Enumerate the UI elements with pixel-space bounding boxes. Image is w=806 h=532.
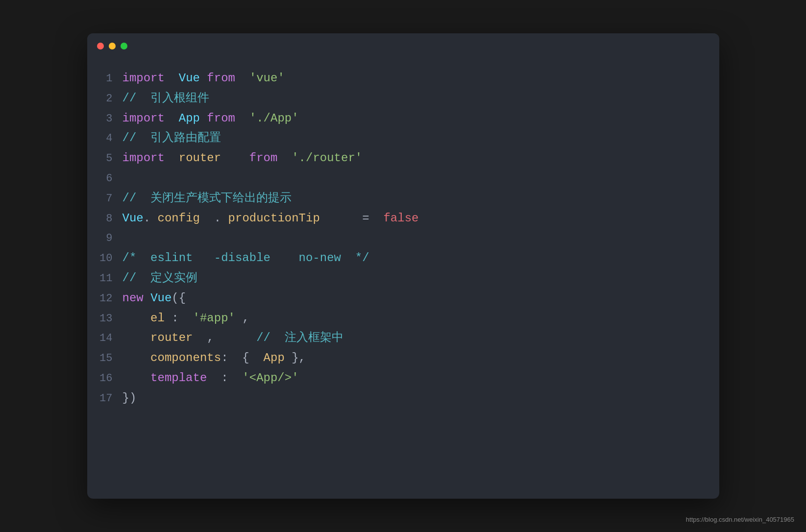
token-comment: // 注入框架中 (256, 328, 343, 348)
code-window: 1import Vue from 'vue'2// 引入根组件3import A… (87, 33, 719, 499)
line-number: 13 (97, 310, 122, 328)
token-sp (207, 368, 221, 388)
token-comment: // 引入路由配置 (122, 128, 221, 148)
token-comma: , (207, 328, 214, 348)
code-line: 6 (97, 169, 700, 189)
line-content (122, 228, 129, 248)
token-kw-from: from (207, 109, 235, 129)
line-content: Vue. config . productionTip = false (122, 209, 419, 229)
token-sp (179, 309, 193, 329)
token-colon: : (171, 309, 178, 329)
line-content: components: { App }, (122, 348, 306, 368)
token-property: components (150, 348, 221, 368)
token-brace: }, (292, 348, 306, 368)
token-sp (235, 109, 249, 129)
code-line: 4// 引入路由配置 (97, 128, 700, 148)
code-line: 3import App from './App' (97, 109, 700, 129)
token-sp (165, 109, 179, 129)
token-dot: . (214, 209, 221, 229)
token-sp (235, 309, 242, 329)
token-comment: /* eslint -disable no-new */ (122, 248, 369, 268)
token-sp (228, 348, 243, 368)
minimize-button[interactable] (109, 43, 116, 49)
line-content (122, 169, 129, 189)
token-comma: , (242, 309, 249, 329)
line-number: 16 (97, 369, 122, 387)
code-area: 1import Vue from 'vue'2// 引入根组件3import A… (87, 59, 719, 499)
code-line: 12new Vue({ (97, 289, 700, 309)
token-sp (277, 148, 292, 169)
line-content: // 引入路由配置 (122, 128, 221, 148)
line-content: el : '#app' , (122, 309, 249, 329)
line-content: // 关闭生产模式下给出的提示 (122, 189, 292, 209)
line-number: 10 (97, 249, 122, 267)
line-number: 7 (97, 190, 122, 208)
token-sp (122, 348, 151, 368)
token-colon: : (221, 348, 228, 368)
code-line: 14 router , // 注入框架中 (97, 328, 700, 348)
code-line: 2// 引入根组件 (97, 89, 700, 109)
line-content: // 引入根组件 (122, 89, 210, 109)
token-sp (221, 148, 249, 169)
close-button[interactable] (97, 43, 104, 49)
line-content: import router from './router' (122, 148, 363, 169)
line-number: 2 (97, 90, 122, 108)
token-sp (200, 209, 214, 229)
token-kw-from: from (207, 69, 235, 89)
code-lines: 1import Vue from 'vue'2// 引入根组件3import A… (97, 69, 700, 409)
line-number: 11 (97, 269, 122, 288)
token-sp (165, 69, 179, 89)
token-sp (165, 148, 179, 169)
line-number: 14 (97, 329, 122, 347)
token-paren: ({ (171, 289, 186, 309)
token-sp (228, 368, 243, 388)
token-kw-new: new (122, 289, 144, 309)
token-sp (320, 209, 362, 229)
token-identifier: Vue (122, 209, 144, 229)
token-sp (122, 368, 151, 388)
line-number: 5 (97, 149, 122, 168)
token-sp (235, 69, 249, 89)
line-content: template : '<App/>' (122, 368, 299, 388)
line-number: 1 (97, 70, 122, 88)
token-sp (369, 209, 384, 229)
token-string: './router' (292, 148, 362, 169)
watermark: https://blog.csdn.net/weixin_40571965 (686, 516, 794, 523)
token-identifier: Vue (179, 69, 200, 89)
token-string: 'vue' (249, 69, 285, 89)
line-number: 9 (97, 229, 122, 247)
token-comment: // 关闭生产模式下给出的提示 (122, 189, 292, 209)
line-number: 8 (97, 210, 122, 228)
token-sp (285, 348, 292, 368)
token-identifier: Vue (150, 289, 171, 309)
code-line: 17}) (97, 388, 700, 409)
token-colon: : (221, 368, 228, 388)
line-content: router , // 注入框架中 (122, 328, 343, 348)
line-number: 3 (97, 110, 122, 128)
token-sp (150, 209, 157, 229)
token-equals: = (362, 209, 369, 229)
token-sp (122, 328, 151, 348)
token-sp (249, 348, 264, 368)
code-line: 5import router from './router' (97, 148, 700, 169)
code-line: 10/* eslint -disable no-new */ (97, 248, 700, 268)
token-string: '<App/>' (242, 368, 298, 388)
code-line: 15 components: { App }, (97, 348, 700, 368)
code-line: 9 (97, 228, 700, 248)
token-template-kw: template (150, 368, 207, 388)
line-number: 12 (97, 290, 122, 308)
token-string: './App' (249, 109, 299, 129)
line-content: import App from './App' (122, 109, 299, 129)
maximize-button[interactable] (121, 43, 127, 49)
token-kw-from: from (249, 148, 278, 169)
token-comment: // 定义实例 (122, 268, 198, 289)
token-sp (165, 309, 171, 329)
token-bool-false: false (383, 209, 418, 229)
line-content: /* eslint -disable no-new */ (122, 248, 369, 268)
line-number: 15 (97, 349, 122, 367)
code-line: 1import Vue from 'vue' (97, 69, 700, 89)
line-number: 6 (97, 169, 122, 188)
code-line: 8Vue. config . productionTip = false (97, 209, 700, 229)
line-number: 17 (97, 389, 122, 408)
code-line: 13 el : '#app' , (97, 309, 700, 329)
